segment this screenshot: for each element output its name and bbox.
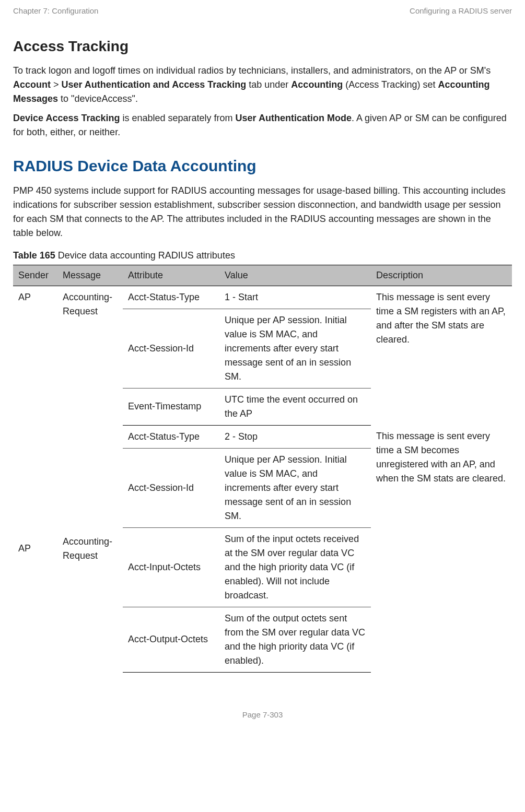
cell-value: 2 - Stop [219,425,371,448]
header-left: Chapter 7: Configuration [13,5,98,17]
table-row: AP Accounting-Request Acct-Status-Type 1… [13,286,512,309]
bold-device-access-tracking: Device Access Tracking [13,113,120,123]
cell-message: Accounting-Request [57,286,123,425]
page-header: Chapter 7: Configuration Configuring a R… [13,5,512,17]
th-value: Value [219,265,371,286]
heading-radius-accounting: RADIUS Device Data Accounting [13,154,512,178]
th-attribute: Attribute [123,265,219,286]
cell-attribute: Event-Timestamp [123,388,219,425]
cell-attribute: Acct-Session-Id [123,309,219,388]
paragraph-access-tracking-2: Device Access Tracking is enabled separa… [13,111,512,139]
table-caption: Table 165 Device data accounting RADIUS … [13,249,512,263]
text: to "deviceAccess". [58,93,138,104]
cell-attribute: Acct-Output-Octets [123,607,219,672]
table-caption-label: Table 165 [13,250,55,261]
bold-accounting: Accounting [291,79,343,90]
cell-description: This message is sent every time a SM reg… [371,286,512,425]
th-message: Message [57,265,123,286]
cell-value: Sum of the output octets sent from the S… [219,607,371,672]
cell-attribute: Acct-Status-Type [123,425,219,448]
cell-description: This message is sent every time a SM bec… [371,425,512,672]
heading-access-tracking: Access Tracking [13,36,512,57]
cell-value: Unique per AP session. Initial value is … [219,448,371,527]
table-header-row: Sender Message Attribute Value Descripti… [13,265,512,286]
paragraph-radius-accounting: PMP 450 systems include support for RADI… [13,184,512,240]
bold-user-auth-mode: User Authentication Mode [236,113,352,123]
cell-value: Sum of the input octets received at the … [219,527,371,607]
bold-account: Account [13,79,51,90]
cell-message: Accounting-Request [57,425,123,672]
text: To track logon and logoff times on indiv… [13,65,491,76]
th-sender: Sender [13,265,57,286]
text: (Access Tracking) set [343,79,438,90]
cell-sender: AP [13,425,57,672]
cell-value: UTC time the event occurred on the AP [219,388,371,425]
text: is enabled separately from [120,113,235,123]
th-description: Description [371,265,512,286]
cell-attribute: Acct-Input-Octets [123,527,219,607]
cell-attribute: Acct-Session-Id [123,448,219,527]
radius-attributes-table: Sender Message Attribute Value Descripti… [13,265,512,673]
page-footer: Page 7-303 [13,709,512,721]
table-caption-text: Device data accounting RADIUS attributes [55,250,235,261]
cell-value: Unique per AP session. Initial value is … [219,309,371,388]
paragraph-access-tracking-1: To track logon and logoff times on indiv… [13,64,512,106]
cell-sender: AP [13,286,57,425]
bold-user-auth-tab: User Authentication and Access Tracking [62,79,247,90]
text: > [51,79,62,90]
header-right: Configuring a RADIUS server [410,5,512,17]
table-row: AP Accounting-Request Acct-Status-Type 2… [13,425,512,448]
cell-attribute: Acct-Status-Type [123,286,219,309]
text: tab under [246,79,291,90]
cell-value: 1 - Start [219,286,371,309]
